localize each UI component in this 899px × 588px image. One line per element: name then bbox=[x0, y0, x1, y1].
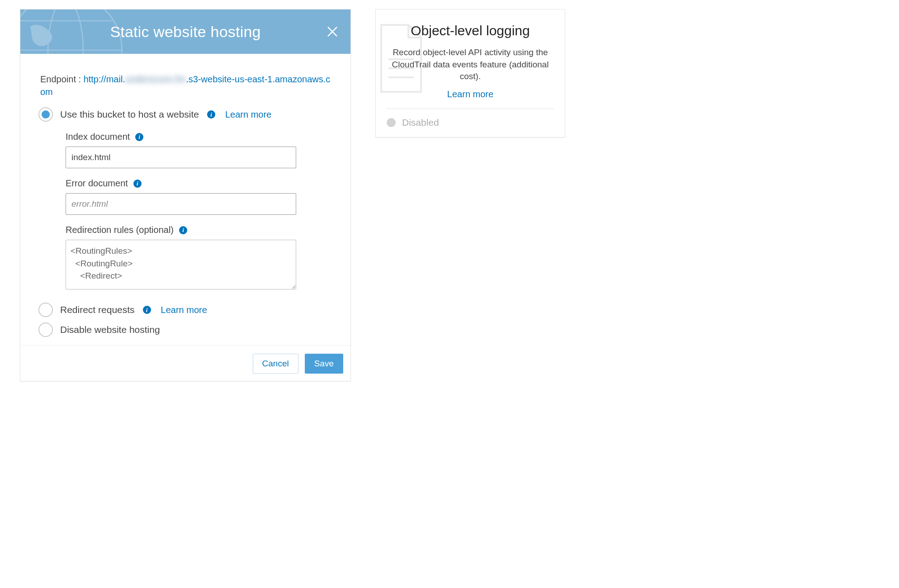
host-form-section: Index document i Error document i Redire… bbox=[40, 132, 331, 292]
divider bbox=[387, 109, 554, 109]
logging-status-text: Disabled bbox=[402, 117, 439, 128]
card-title: Object-level logging bbox=[387, 23, 554, 38]
index-document-input[interactable] bbox=[66, 147, 296, 168]
close-icon[interactable] bbox=[326, 25, 339, 38]
option-disable-hosting[interactable]: Disable website hosting bbox=[38, 322, 331, 337]
redirection-rules-text: Redirection rules (optional) bbox=[66, 225, 174, 235]
option-redirect-requests[interactable]: Redirect requests i Learn more bbox=[38, 303, 331, 317]
option-host-label: Use this bucket to host a website bbox=[60, 109, 199, 120]
error-document-input[interactable] bbox=[66, 193, 296, 215]
static-website-hosting-panel: Static website hosting Endpoint : http:/… bbox=[20, 9, 351, 381]
panel-body: Endpoint : http://mail.underscore.fm.s3-… bbox=[20, 54, 350, 337]
radio-host-website[interactable] bbox=[38, 107, 53, 122]
index-document-text: Index document bbox=[66, 132, 130, 142]
option-redirect-label: Redirect requests bbox=[60, 304, 135, 315]
endpoint-label: Endpoint : bbox=[40, 74, 84, 84]
card-description: Record object-level API activity using t… bbox=[389, 47, 551, 83]
index-document-label: Index document i bbox=[66, 132, 331, 142]
radio-redirect-requests[interactable] bbox=[38, 303, 53, 317]
redirection-rules-input[interactable] bbox=[66, 240, 296, 289]
redirection-rules-label: Redirection rules (optional) i bbox=[66, 225, 331, 235]
option-host-website[interactable]: Use this bucket to host a website i Lear… bbox=[38, 107, 331, 122]
info-icon[interactable]: i bbox=[207, 110, 215, 119]
logging-status-row: Disabled bbox=[387, 117, 554, 128]
learn-more-link[interactable]: Learn more bbox=[161, 305, 207, 315]
panel-header: Static website hosting bbox=[20, 9, 350, 54]
object-level-logging-card: Object-level logging Record object-level… bbox=[375, 9, 565, 138]
error-document-label: Error document i bbox=[66, 178, 331, 189]
learn-more-link[interactable]: Learn more bbox=[225, 109, 271, 120]
learn-more-link[interactable]: Learn more bbox=[387, 89, 554, 100]
info-icon[interactable]: i bbox=[135, 133, 143, 141]
endpoint-row: Endpoint : http://mail.underscore.fm.s3-… bbox=[40, 73, 331, 98]
radio-disable-hosting[interactable] bbox=[38, 322, 53, 337]
info-icon[interactable]: i bbox=[143, 306, 151, 314]
svg-point-0 bbox=[20, 9, 122, 54]
info-icon[interactable]: i bbox=[179, 226, 187, 234]
endpoint-url-masked: underscore.fm bbox=[125, 73, 186, 85]
endpoint-url-pre: http://mail. bbox=[84, 74, 125, 84]
error-document-text: Error document bbox=[66, 178, 128, 189]
cancel-button[interactable]: Cancel bbox=[253, 354, 298, 374]
globe-decoration bbox=[20, 9, 124, 54]
panel-footer: Cancel Save bbox=[20, 345, 350, 381]
status-dot-icon bbox=[387, 118, 396, 127]
info-icon[interactable]: i bbox=[133, 180, 142, 188]
option-disable-label: Disable website hosting bbox=[60, 324, 160, 335]
panel-title: Static website hosting bbox=[110, 23, 260, 41]
save-button[interactable]: Save bbox=[305, 354, 343, 374]
endpoint-url[interactable]: http://mail.underscore.fm.s3-website-us-… bbox=[40, 74, 330, 97]
